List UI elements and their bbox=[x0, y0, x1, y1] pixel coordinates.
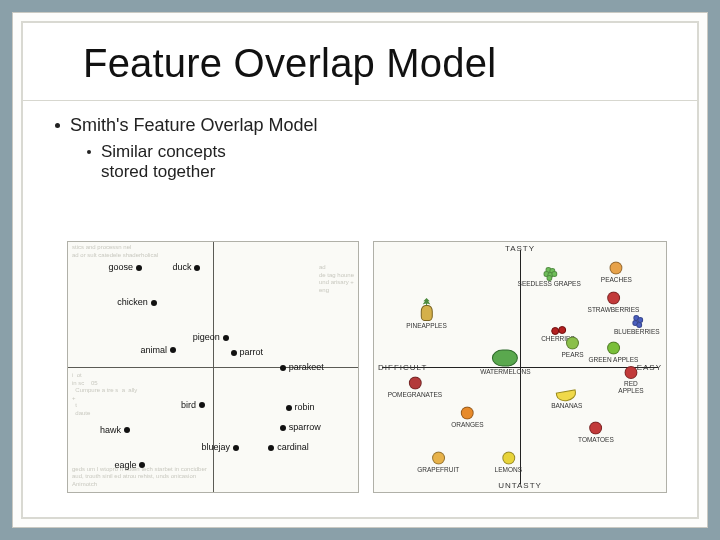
bullet-list: Smith's Feature Overlap Model Similar co… bbox=[55, 115, 697, 182]
scatter-point: bluejay bbox=[201, 442, 242, 452]
fruit-item: WATERMELONS bbox=[480, 350, 530, 375]
title-underline bbox=[23, 100, 697, 101]
scatter-point: eagle bbox=[114, 460, 148, 470]
faint-decorative-text: stics and processn nel ad or sult catede… bbox=[72, 244, 158, 259]
scatter-point: goose bbox=[109, 262, 146, 272]
bullet-level1-text: Smith's Feature Overlap Model bbox=[70, 115, 318, 136]
scatter-point: robin bbox=[283, 402, 315, 412]
fruit-item: GREEN APPLES bbox=[589, 342, 639, 363]
fruit-item: STRAWBERRIES bbox=[588, 292, 640, 313]
scatter-point: chicken bbox=[117, 297, 160, 307]
scatter-point: hawk bbox=[100, 425, 133, 435]
fruit-item: TOMATOES bbox=[578, 422, 614, 443]
scatter-point: animal bbox=[141, 345, 180, 355]
scatter-point: pigeon bbox=[193, 332, 232, 342]
slide-outer-frame: Feature Overlap Model Smith's Feature Ov… bbox=[12, 12, 708, 528]
fruit-item: RED APPLES bbox=[613, 366, 648, 394]
bullet-dot-icon bbox=[87, 150, 91, 154]
axis-label-left: DIFFICULT bbox=[378, 363, 427, 372]
axis-label-top: TASTY bbox=[505, 244, 535, 253]
faint-decorative-text: geds um I wtopro n boten tech starbet in… bbox=[72, 466, 242, 489]
scatter-point: parrot bbox=[228, 347, 264, 357]
figures-row: stics and processn nel ad or sult catede… bbox=[67, 241, 667, 493]
scatter-point: sparrow bbox=[277, 422, 321, 432]
scatter-point: duck bbox=[172, 262, 203, 272]
fruit-item: PEACHES bbox=[601, 262, 632, 283]
slide-inner-frame: Feature Overlap Model Smith's Feature Ov… bbox=[21, 21, 699, 519]
faint-decorative-text: ad de tag houne und arisary + eng bbox=[319, 264, 354, 294]
scatter-point: bird bbox=[181, 400, 208, 410]
faint-decorative-text: i ot in sc 05 Cumpure a tre s a ally + t… bbox=[72, 372, 137, 417]
scatter-point: cardinal bbox=[265, 442, 309, 452]
fruit-item: SEEDLESS GRAPES bbox=[518, 267, 581, 287]
bullet-level1: Smith's Feature Overlap Model bbox=[55, 115, 697, 136]
fruit-item: LEMONS bbox=[495, 452, 522, 473]
fruit-item: PINEAPPLES bbox=[406, 305, 446, 329]
bullet-level2: Similar concepts stored together bbox=[87, 142, 697, 182]
fruit-item: BLUEBERRIES bbox=[614, 315, 660, 335]
fruit-item: BANANAS bbox=[551, 391, 582, 409]
fruit-item: ORANGES bbox=[451, 407, 484, 428]
bullet-dot-icon bbox=[55, 123, 60, 128]
slide-title: Feature Overlap Model bbox=[83, 41, 697, 86]
fruit-item: GRAPEFRUIT bbox=[417, 452, 459, 473]
figure-left-bird-scatter: stics and processn nel ad or sult catede… bbox=[67, 241, 359, 493]
fruit-item: PEARS bbox=[562, 337, 584, 358]
scatter-point: parakeet bbox=[277, 362, 324, 372]
bullet-level2-text: Similar concepts stored together bbox=[101, 142, 226, 182]
axis-label-bottom: UNTASTY bbox=[498, 481, 542, 490]
figure-right-fruit-quadrant: TASTY UNTASTY DIFFICULT EASY PINEAPPLESS… bbox=[373, 241, 667, 493]
fruit-item: POMEGRANATES bbox=[388, 377, 442, 398]
